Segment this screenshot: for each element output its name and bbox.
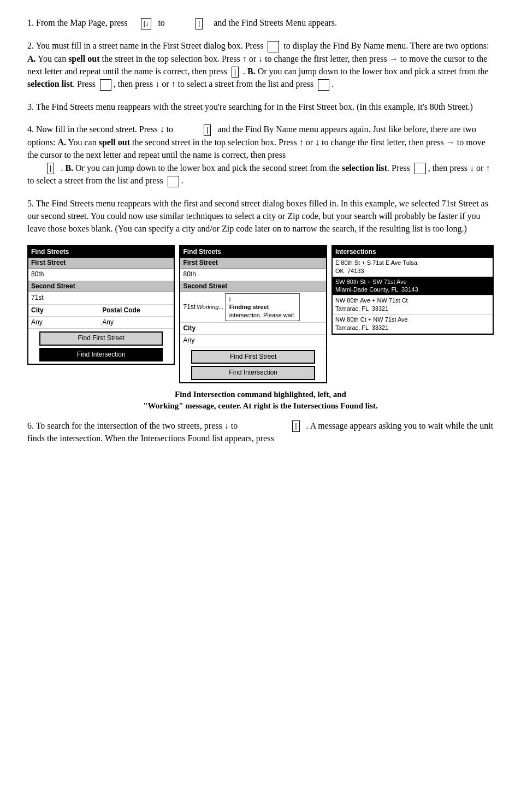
panel-center-header: Find Streets [180, 246, 325, 258]
panel-left-city-label: City [31, 306, 100, 315]
panel-left-postal-label: Postal Code [102, 306, 171, 315]
pipe-btn-4: | [204, 125, 211, 136]
step-5: 5. The Find Streets menu reappears with … [27, 197, 494, 235]
step-2-text: 2. You must fill in a street name in the… [27, 39, 494, 91]
panel-left-subheader: First Street [28, 258, 174, 269]
panel-center-subheader: First Street [180, 258, 325, 269]
enter-btn-2c [318, 79, 329, 91]
tooltip-title: Finding street [229, 303, 296, 311]
step-4: 4. Now fill in the second street. Press … [27, 123, 494, 187]
panel-left-postal-value: Any [102, 318, 171, 327]
panel-center-second-label: Second Street [180, 281, 325, 292]
pipe-button: | [196, 18, 203, 29]
tooltip-body: intersection. Please wait. [229, 312, 296, 318]
panel-left-find-first-btn[interactable]: Find First Street [39, 331, 163, 345]
figures-container: Find Streets First Street 80th Second St… [27, 245, 494, 383]
enter-btn-4a: | [47, 163, 54, 174]
int-item-1[interactable]: SW 80th St + SW 71st AveMiami-Dade Count… [333, 277, 493, 296]
step-1-text: 1. From the Map Page, press |↓ to | and … [27, 16, 494, 29]
panel-center-second-street-value: 71st [183, 303, 196, 312]
panel-left-second-label: Second Street [28, 281, 174, 292]
step-1: 1. From the Map Page, press |↓ to | and … [27, 16, 494, 29]
step-3-text: 3. The Find Streets menu reappears with … [27, 100, 494, 113]
panel-left-header: Find Streets [28, 246, 174, 258]
step-6: 6. To search for the intersection of the… [27, 419, 494, 445]
panel-left: Find Streets First Street 80th Second St… [27, 245, 175, 365]
enter-btn-2a: | [232, 67, 239, 78]
step-6-text: 6. To search for the intersection of the… [27, 419, 494, 445]
panel-center: Find Streets First Street 80th Second St… [179, 245, 327, 383]
panel-center-city-value: Any [183, 336, 323, 345]
panel-center-first-street: 80th [180, 269, 325, 281]
figure-caption-line2: "Working" message, center. At right is t… [143, 401, 377, 410]
panel-center-working-area: 71st Working... i Finding street interse… [180, 292, 325, 323]
panel-left-first-street: 80th [28, 269, 174, 281]
panel-center-find-intersection-btn[interactable]: Find Intersection [191, 366, 315, 380]
int-item-0[interactable]: E 80th St + S 71st E Ave Tulsa,OK 74133 [333, 258, 493, 277]
panel-left-find-intersection-btn[interactable]: Find Intersection [39, 348, 163, 361]
panel-left-city-row: City Postal Code [28, 305, 174, 317]
panel-left-second-street: 71st [28, 292, 174, 304]
enter-btn-4c [168, 176, 179, 187]
panel-right: Intersections E 80th St + S 71st E Ave T… [331, 245, 494, 335]
press-button-2 [268, 41, 279, 52]
panel-left-city-value-row: Any Any [28, 317, 174, 329]
panel-center-city-row: City [180, 323, 325, 335]
panel-center-city-label: City [183, 324, 323, 333]
panel-right-header: Intersections [333, 246, 493, 258]
figure-caption-line1: Find Intersection command highlighted, l… [175, 390, 346, 399]
step-5-text: 5. The Find Streets menu reappears with … [27, 197, 494, 235]
step-2: 2. You must fill in a street name in the… [27, 39, 494, 91]
press-btn-4b [415, 163, 426, 174]
pipe-btn-6: | [292, 420, 299, 432]
panel-left-city-value: Any [31, 318, 100, 327]
panel-center-find-first-btn[interactable]: Find First Street [191, 350, 315, 364]
figure-caption: Find Intersection command highlighted, l… [27, 389, 494, 412]
step-4-text: 4. Now fill in the second street. Press … [27, 123, 494, 187]
press-btn-2b [100, 79, 111, 91]
panel-center-city-value-row: Any [180, 335, 325, 347]
int-item-2[interactable]: NW 80th Ave + NW 71st CtTamarac, FL 3332… [333, 295, 493, 315]
info-icon: i [229, 296, 230, 303]
step-3: 3. The Find Streets menu reappears with … [27, 100, 494, 113]
panel-center-tooltip: i Finding street intersection. Please wa… [225, 293, 300, 321]
panel-center-working-label: Working... [197, 303, 224, 312]
int-item-3[interactable]: NW 80th Ct + NW 71st AveTamarac, FL 3332… [333, 315, 493, 334]
down-arrow-button: |↓ [141, 18, 152, 29]
